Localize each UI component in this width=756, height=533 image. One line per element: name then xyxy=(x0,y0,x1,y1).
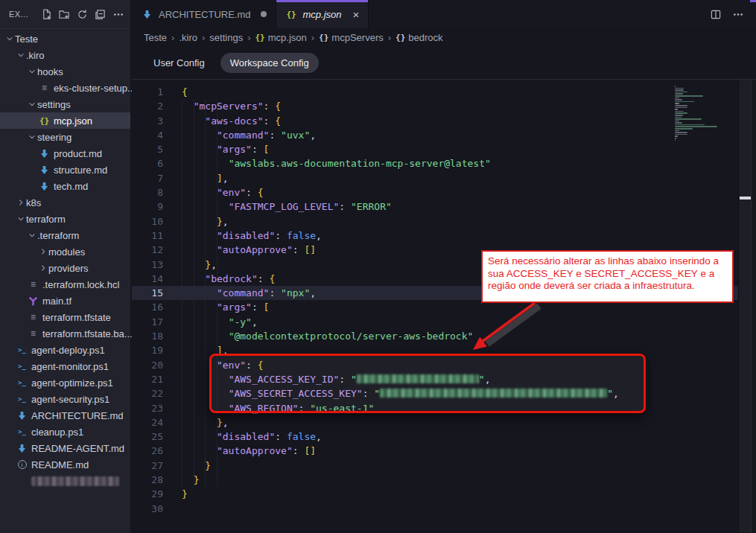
tree-item-steering[interactable]: steering xyxy=(0,129,130,145)
code-line-20[interactable]: 20 "env": { xyxy=(132,358,738,372)
code-text: "AWS_REGION": "us-east-1" xyxy=(163,401,374,415)
code-line-24[interactable]: 24 }, xyxy=(132,415,738,430)
code-line-18[interactable]: 18 "@modelcontextprotocol/server-aws-bed… xyxy=(132,329,738,343)
chevron-right-icon xyxy=(39,264,47,272)
line-number: 18 xyxy=(132,329,163,343)
tree-item-redacted[interactable] xyxy=(0,473,130,489)
tree-item-product-md[interactable]: product.md xyxy=(0,145,130,162)
code-line-22[interactable]: 22 "AWS_SECRET_ACCESS_KEY": "", xyxy=(132,386,738,400)
code-text: "-y", xyxy=(163,315,258,329)
tree-item-agent-deploy-ps1[interactable]: >_agent-deploy.ps1 xyxy=(0,342,130,358)
more-icon[interactable] xyxy=(732,9,744,20)
markdown-file-icon xyxy=(17,444,27,453)
breadcrumb-item-mcpservers[interactable]: {}mcpServers xyxy=(319,32,384,43)
tree-item-terraform-tfstate[interactable]: ≡terraform.tfstate xyxy=(0,309,130,325)
tree-item-label: terraform.tfstate.ba... xyxy=(42,328,133,339)
code-text: "env": { xyxy=(163,185,264,200)
code-text xyxy=(163,502,182,516)
scrollbar[interactable] xyxy=(738,80,751,532)
code-text: "FASTMCP_LOG_LEVEL": "ERROR" xyxy=(163,200,392,214)
tree-item-settings[interactable]: settings xyxy=(0,96,130,112)
new-file-icon[interactable] xyxy=(41,9,52,20)
breadcrumb-item-bedrock[interactable]: {}bedrock xyxy=(396,32,443,43)
code-text: "autoApprove": [] xyxy=(163,243,316,257)
line-number: 3 xyxy=(132,114,163,128)
tree-item-modules[interactable]: modules xyxy=(0,243,130,260)
code-line-5[interactable]: 5 "args": [ xyxy=(132,142,738,156)
code-line-4[interactable]: 4 "command": "uvx", xyxy=(132,128,738,142)
code-text: }, xyxy=(163,258,217,272)
tree-item-readme-md[interactable]: iREADME.md xyxy=(0,456,130,473)
tree-item-terraform-tfstate-ba[interactable]: ≡terraform.tfstate.ba... xyxy=(0,325,130,342)
code-line-6[interactable]: 6 "awslabs.aws-documentation-mcp-server@… xyxy=(132,156,738,170)
tree-item-readme-agent-md[interactable]: README-AGENT.md xyxy=(0,440,130,456)
redacted-filename xyxy=(31,476,119,486)
markdown-file-icon xyxy=(17,411,27,421)
line-number: 26 xyxy=(132,444,163,458)
more-icon[interactable] xyxy=(112,9,124,20)
config-tab-user-config[interactable]: User Config xyxy=(144,53,215,73)
code-line-21[interactable]: 21 "AWS_ACCESS_KEY_ID": "", xyxy=(132,372,738,386)
breadcrumb-separator: › xyxy=(388,32,391,43)
breadcrumb-item-mcp-json[interactable]: {}mcp.json xyxy=(255,32,306,43)
code-line-17[interactable]: 17 "-y", xyxy=(132,315,738,329)
code-line-7[interactable]: 7 ], xyxy=(132,171,738,185)
code-line-30[interactable]: 30 xyxy=(132,502,738,516)
tree-item-architecture-md[interactable]: ARCHITECTURE.md xyxy=(0,407,130,424)
tree-item-agent-security-ps1[interactable]: >_agent-security.ps1 xyxy=(0,391,130,407)
close-icon[interactable]: × xyxy=(353,9,360,20)
tree-item-cleanup-ps1[interactable]: >_cleanup.ps1 xyxy=(0,424,130,440)
tree-item-structure-md[interactable]: structure.md xyxy=(0,162,130,178)
collapse-all-icon[interactable] xyxy=(95,9,106,20)
refresh-icon[interactable] xyxy=(77,9,88,20)
editor-group: ARCHITECTURE.md{}mcp.json× Teste›.kiro›s… xyxy=(132,0,756,533)
tree-item-terraform-lock-hcl[interactable]: ≡.terraform.lock.hcl xyxy=(0,276,130,293)
code-line-19[interactable]: 19 ], xyxy=(132,343,738,357)
tree-item-providers[interactable]: providers xyxy=(0,260,130,276)
code-line-23[interactable]: 23 "AWS_REGION": "us-east-1" xyxy=(132,401,738,415)
code-line-9[interactable]: 9 "FASTMCP_LOG_LEVEL": "ERROR" xyxy=(132,200,738,214)
code-line-2[interactable]: 2 "mcpServers": { xyxy=(132,99,738,113)
new-folder-icon[interactable] xyxy=(59,9,70,20)
tree-item-terraform[interactable]: .terraform xyxy=(0,227,130,243)
tree-item-agent-optimize-ps1[interactable]: >_agent-optimize.ps1 xyxy=(0,374,130,391)
tree-item-terraform[interactable]: terraform xyxy=(0,211,130,227)
breadcrumb-item-teste[interactable]: Teste xyxy=(144,32,167,43)
code-line-27[interactable]: 27 } xyxy=(132,459,738,473)
tab-bar: ARCHITECTURE.md{}mcp.json× xyxy=(132,0,756,28)
code-line-25[interactable]: 25 "disabled": false, xyxy=(132,430,738,444)
tree-item-mcp-json[interactable]: {}mcp.json xyxy=(0,112,130,129)
tree-item-tech-md[interactable]: tech.md xyxy=(0,178,130,194)
code-line-8[interactable]: 8 "env": { xyxy=(132,185,738,200)
tab-mcp-json[interactable]: {}mcp.json× xyxy=(276,0,369,28)
code-editor[interactable]: 1{2 "mcpServers": {3 "aws-docs": {4 "com… xyxy=(132,80,756,532)
tree-item-k8s[interactable]: k8s xyxy=(0,194,130,211)
code-line-10[interactable]: 10 }, xyxy=(132,214,738,229)
code-line-28[interactable]: 28 } xyxy=(132,473,738,487)
breadcrumb-item-kiro[interactable]: .kiro xyxy=(179,32,197,43)
code-line-29[interactable]: 29} xyxy=(132,487,738,501)
tree-item-hooks[interactable]: hooks xyxy=(0,63,130,80)
tree-item-teste[interactable]: Teste xyxy=(0,31,130,47)
tree-item-eks-cluster-setup[interactable]: ≡eks-cluster-setup.... xyxy=(0,80,130,96)
tab-architecture-md[interactable]: ARCHITECTURE.md xyxy=(132,0,276,28)
code-text: "args": [ xyxy=(163,300,269,314)
split-editor-icon[interactable] xyxy=(710,9,722,20)
tree-item-main-tf[interactable]: main.tf xyxy=(0,293,130,309)
code-line-3[interactable]: 3 "aws-docs": { xyxy=(132,114,738,128)
tree-item-agent-monitor-ps1[interactable]: >_agent-monitor.ps1 xyxy=(0,358,130,374)
markdown-file-icon xyxy=(39,149,49,159)
code-line-1[interactable]: 1{ xyxy=(132,85,738,99)
code-line-26[interactable]: 26 "autoApprove": [] xyxy=(132,444,738,458)
config-tab-workspace-config[interactable]: Workspace Config xyxy=(220,53,319,73)
minimap[interactable] xyxy=(675,86,734,144)
redacted-secret xyxy=(380,389,607,398)
code-text: "aws-docs": { xyxy=(163,114,281,128)
breadcrumb-label: Teste xyxy=(144,32,167,43)
breadcrumb-label: bedrock xyxy=(408,32,442,43)
tree-item-kiro[interactable]: .kiro xyxy=(0,47,130,63)
tree-item-label: providers xyxy=(48,263,88,274)
breadcrumb-item-settings[interactable]: settings xyxy=(209,32,243,43)
code-line-11[interactable]: 11 "disabled": false, xyxy=(132,229,738,243)
code-text: } xyxy=(163,473,199,487)
